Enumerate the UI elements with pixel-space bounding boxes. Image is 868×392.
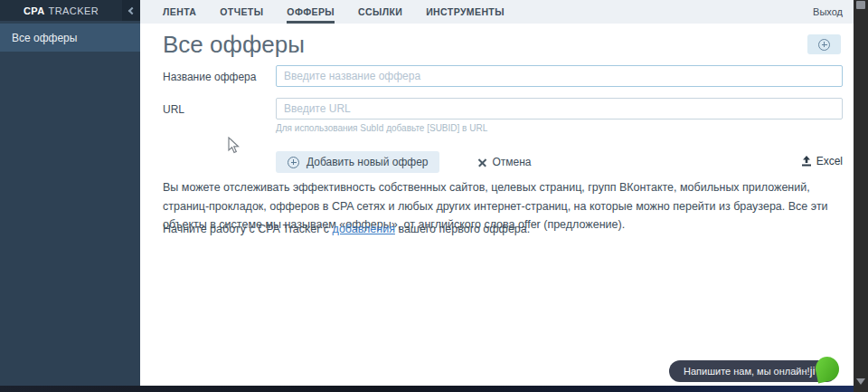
app-logo-bold: CPA <box>24 5 45 16</box>
getting-started-paragraph: Начните работу с CPA Tracker с добавлени… <box>163 220 852 239</box>
chevron-left-icon <box>128 6 136 14</box>
page-title: Все офферы <box>163 31 305 59</box>
sidebar-item-all-offers[interactable]: Все офферы <box>0 24 140 52</box>
main-content: Все офферы Название оффера URL Для испол… <box>140 24 854 386</box>
cancel-label: Отмена <box>492 156 531 168</box>
arrow-down-icon[interactable] <box>856 378 865 385</box>
paragraph2-suffix: вашего первого оффера. <box>395 223 530 235</box>
chat-message: Напишите нам, мы онлайн! <box>684 366 810 377</box>
logout-link[interactable]: Выход <box>813 0 843 24</box>
tab-label: ОТЧЕТЫ <box>220 6 263 17</box>
tab-label: ССЫЛКИ <box>358 6 402 17</box>
chat-widget[interactable]: Напишите нам, мы онлайн! jivo <box>669 360 837 382</box>
scrollbar[interactable] <box>854 0 868 392</box>
circle-plus-icon <box>818 39 830 51</box>
excel-export-button[interactable]: Excel <box>801 155 843 167</box>
tab-label: ОФФЕРЫ <box>287 6 335 17</box>
tab-label: ИНСТРУМЕНТЫ <box>426 6 505 17</box>
tab-links[interactable]: ССЫЛКИ <box>358 0 402 24</box>
tab-label: ЛЕНТА <box>163 6 196 17</box>
subid-hint: Для использования SubId добавьте [SUBID]… <box>276 123 487 133</box>
sidebar-header: CPA TRACKER <box>0 0 140 21</box>
sidebar: CPA TRACKER Все офферы <box>0 0 140 386</box>
url-input[interactable] <box>276 98 843 120</box>
x-icon <box>478 158 486 167</box>
cancel-button[interactable]: Отмена <box>478 156 531 168</box>
scrollbar-thumb[interactable] <box>856 1 865 9</box>
offer-name-label: Название оффера <box>163 71 256 83</box>
excel-label: Excel <box>816 155 843 167</box>
form-actions: Добавить новый оффер Отмена <box>276 151 532 173</box>
topbar: ЛЕНТА ОТЧЕТЫ ОФФЕРЫ ССЫЛКИ ИНСТРУМЕНТЫ В… <box>140 0 854 24</box>
tab-tools[interactable]: ИНСТРУМЕНТЫ <box>426 0 505 24</box>
upload-icon <box>801 156 812 167</box>
app-logo-rest: TRACKER <box>49 5 99 16</box>
window-bottom-edge <box>0 386 854 392</box>
url-label: URL <box>163 103 184 116</box>
tab-offers[interactable]: ОФФЕРЫ <box>287 0 335 24</box>
sidebar-collapse-button[interactable] <box>122 0 140 21</box>
cpa-tracker-app: CPA TRACKER Все офферы ЛЕНТА ОТЧЕТЫ ОФФЕ… <box>0 0 868 392</box>
tab-lenta[interactable]: ЛЕНТА <box>163 0 196 24</box>
add-new-offer-button[interactable]: Добавить новый оффер <box>276 151 439 173</box>
nav-tabs: ЛЕНТА ОТЧЕТЫ ОФФЕРЫ ССЫЛКИ ИНСТРУМЕНТЫ <box>163 0 505 24</box>
circle-plus-icon <box>288 157 299 168</box>
add-offer-button[interactable] <box>807 34 841 54</box>
sidebar-item-label: Все офферы <box>12 32 77 44</box>
paragraph2-prefix: Начните работу с CPA Tracker с <box>163 223 333 235</box>
tab-reports[interactable]: ОТЧЕТЫ <box>220 0 263 24</box>
add-new-offer-label: Добавить новый оффер <box>307 156 428 168</box>
offer-name-input[interactable] <box>276 65 843 87</box>
add-first-offer-link[interactable]: добавления <box>333 223 395 235</box>
app-logo: CPA TRACKER <box>0 0 122 21</box>
